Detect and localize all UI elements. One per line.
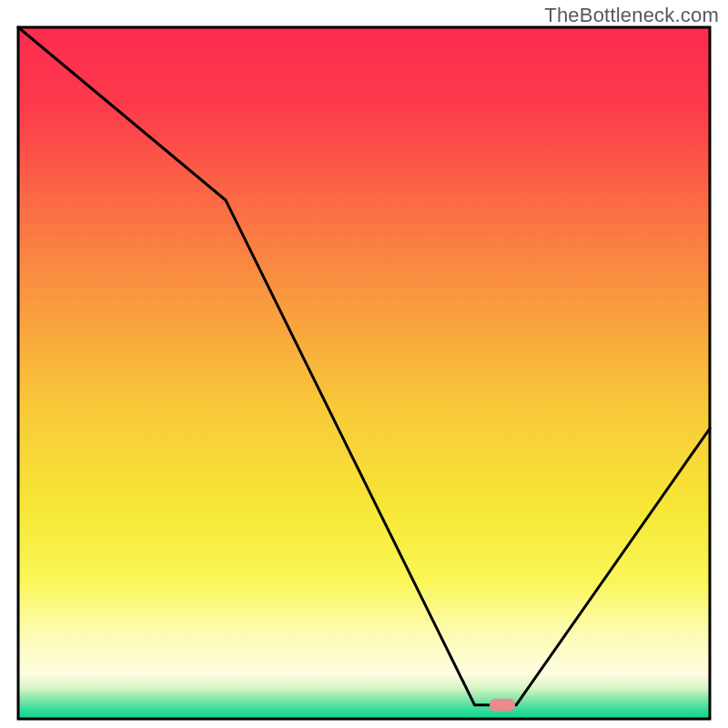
plot-background bbox=[18, 27, 710, 719]
bottleneck-chart bbox=[0, 0, 728, 728]
watermark-text: TheBottleneck.com bbox=[544, 4, 719, 27]
chart-stage: TheBottleneck.com bbox=[0, 0, 728, 728]
optimal-marker bbox=[490, 699, 515, 712]
